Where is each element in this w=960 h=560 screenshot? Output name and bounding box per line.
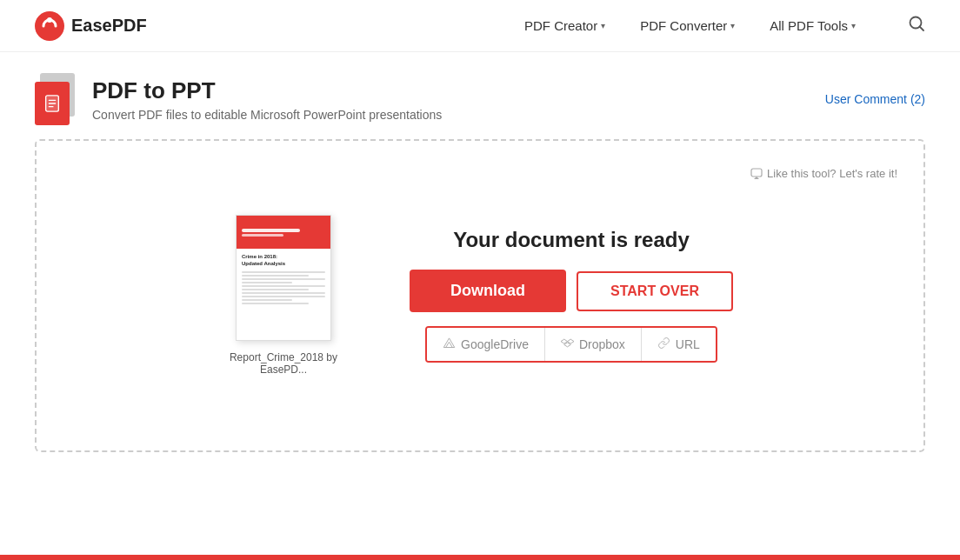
dropbox-icon [561,337,574,352]
svg-point-1 [47,17,52,23]
doc-name: Report_Crime_2018 by EasePD... [227,351,340,376]
doc-line-7 [242,292,325,294]
svg-line-3 [920,27,924,31]
doc-actions: Your document is ready Download START OV… [410,228,733,363]
title-text: PDF to PPT Convert PDF files to editable… [92,77,442,122]
doc-line-9 [242,299,292,301]
document-area: Crime in 2018:Updated Analysis Report_Cr… [63,197,897,393]
url-icon [657,337,670,352]
action-buttons: Download START OVER [410,270,733,312]
page-title: PDF to PPT [92,77,442,104]
doc-thumb-body: Crime in 2018:Updated Analysis [237,249,330,340]
chevron-down-icon-0: ▾ [601,21,605,30]
cloud-options: GoogleDrive Dropbox [425,326,717,363]
nav-item-pdf-creator[interactable]: PDF Creator ▾ [524,18,605,33]
logo-icon [35,11,64,41]
svg-point-0 [35,11,64,41]
title-left: PDF to PPT Convert PDF files to editable… [35,73,442,125]
file-icon-front [35,82,70,125]
svg-rect-5 [751,169,762,177]
google-drive-button[interactable]: GoogleDrive [427,328,545,361]
doc-thumb-header-line2 [242,234,283,237]
file-icon [35,73,78,125]
doc-line-4 [242,282,292,283]
doc-line-8 [242,296,325,297]
page-subtitle: Convert PDF files to editable Microsoft … [92,108,442,122]
chevron-down-icon-2: ▾ [851,21,856,30]
doc-thumb-header [237,216,330,249]
dropbox-button[interactable]: Dropbox [545,328,642,361]
feedback-bar: Like this tool? Let's rate it! [63,167,897,180]
user-comment-link[interactable]: User Comment (2) [825,92,925,106]
search-button[interactable] [908,15,925,37]
nav-links: PDF Creator ▾ PDF Converter ▾ All PDF To… [524,15,925,37]
main-content: Like this tool? Let's rate it! Crime in … [35,139,925,452]
google-drive-label: GoogleDrive [461,337,529,351]
doc-line-10 [242,303,309,304]
nav-item-all-pdf-tools[interactable]: All PDF Tools ▾ [770,18,856,33]
nav-label-pdf-converter: PDF Converter [640,18,727,33]
search-icon [908,15,925,32]
bottom-bar [0,555,960,560]
doc-thumbnail: Crime in 2018:Updated Analysis [236,215,331,341]
chat-icon [750,168,763,180]
doc-preview: Crime in 2018:Updated Analysis Report_Cr… [227,215,340,376]
startover-button[interactable]: START OVER [577,271,733,311]
doc-line-1 [242,271,325,273]
nav-item-pdf-converter[interactable]: PDF Converter ▾ [640,18,735,33]
header: EasePDF PDF Creator ▾ PDF Converter ▾ Al… [0,0,960,52]
download-button[interactable]: Download [410,270,566,312]
doc-thumb-title: Crime in 2018:Updated Analysis [242,254,325,268]
doc-line-2 [242,275,309,277]
google-drive-icon [443,337,456,352]
feedback-link[interactable]: Like this tool? Let's rate it! [750,167,897,180]
nav-label-pdf-creator: PDF Creator [524,18,597,33]
doc-line-5 [242,285,325,287]
logo-area: EasePDF [35,11,147,41]
doc-thumb-header-line1 [242,229,300,232]
page-title-section: PDF to PPT Convert PDF files to editable… [0,52,960,139]
ready-title: Your document is ready [453,228,690,252]
nav-label-all-pdf-tools: All PDF Tools [770,18,848,33]
logo-text: EasePDF [71,16,147,36]
url-button[interactable]: URL [642,328,716,361]
url-label: URL [676,337,700,351]
feedback-text: Like this tool? Let's rate it! [767,167,897,180]
dropbox-label: Dropbox [579,337,625,351]
chevron-down-icon-1: ▾ [730,21,735,30]
doc-line-3 [242,278,325,280]
doc-line-6 [242,289,309,290]
